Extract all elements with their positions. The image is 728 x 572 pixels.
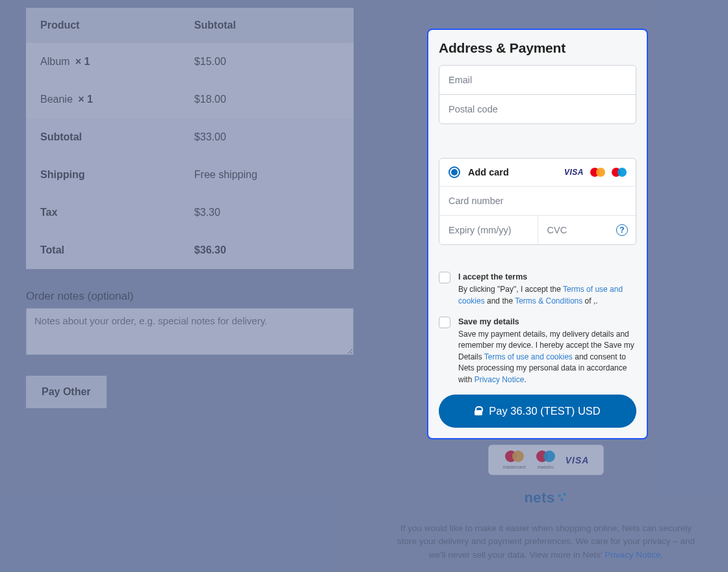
cvc-help-icon[interactable]: ? — [616, 224, 628, 236]
save-details-title: Save my details — [458, 316, 636, 328]
row-shipping: Shipping Free shipping — [26, 156, 354, 194]
pay-button-label: Pay 36.30 (TEST) USD — [489, 405, 600, 417]
accept-terms-title: I accept the terms — [458, 271, 636, 283]
maestro-icon — [612, 168, 627, 177]
mastercard-icon: mastercard — [503, 450, 526, 469]
shipping-label: Shipping — [26, 156, 180, 194]
expiry-field[interactable] — [439, 216, 538, 244]
total-value: $36.30 — [180, 231, 354, 269]
pay-button[interactable]: Pay 36.30 (TEST) USD — [439, 395, 636, 428]
subtotal-label: Subtotal — [26, 118, 180, 156]
item-name: Album — [40, 56, 70, 67]
accepted-card-icons: VISA — [564, 168, 627, 177]
col-subtotal: Subtotal — [180, 8, 354, 43]
item-name: Beanie — [40, 94, 73, 105]
subtotal-value: $33.00 — [180, 118, 354, 156]
email-field[interactable] — [439, 66, 636, 94]
postal-code-field[interactable] — [439, 94, 636, 124]
panel-title: Address & Payment — [439, 40, 636, 56]
save-details-checkbox[interactable] — [439, 317, 450, 328]
privacy-notice-link[interactable]: Privacy Notice — [474, 375, 525, 384]
tax-label: Tax — [26, 194, 180, 231]
card-brand-logos: mastercard maestro VISA — [488, 445, 604, 475]
card-number-field[interactable] — [439, 187, 636, 215]
table-row: Beanie × 1 $18.00 — [26, 81, 354, 118]
item-qty: × 1 — [78, 94, 93, 105]
row-total: Total $36.30 — [26, 231, 354, 269]
item-qty: × 1 — [75, 56, 90, 67]
col-product: Product — [26, 8, 180, 43]
accept-terms-text: By clicking "Pay", I accept the Terms of… — [458, 285, 623, 305]
order-notes-input[interactable] — [26, 308, 354, 355]
visa-icon: VISA — [564, 168, 584, 177]
total-label: Total — [26, 231, 180, 269]
payment-panel: Address & Payment Add card VISA ? — [427, 29, 648, 439]
item-price: $18.00 — [180, 81, 354, 118]
table-row: Album × 1 $15.00 — [26, 43, 354, 81]
footer-privacy-link[interactable]: Privacy Notice — [604, 550, 660, 560]
item-price: $15.00 — [180, 43, 354, 81]
save-terms-link[interactable]: Terms of use and cookies — [484, 352, 573, 361]
footer-privacy-note: If you would like to make it easier when… — [390, 522, 702, 562]
lock-icon — [474, 406, 482, 415]
pay-other-button[interactable]: Pay Other — [26, 376, 107, 408]
maestro-icon: maestro — [536, 450, 555, 469]
accept-terms-checkbox[interactable] — [439, 272, 450, 283]
row-subtotal: Subtotal $33.00 — [26, 118, 354, 156]
order-summary-table: Product Subtotal Album × 1 $15.00 — [26, 8, 354, 269]
add-card-radio[interactable] — [448, 166, 460, 178]
nets-logo: nets — [524, 489, 567, 506]
shipping-value: Free shipping — [180, 156, 354, 194]
save-details-text: Save my payment details, my delivery det… — [458, 330, 634, 384]
add-card-label: Add card — [468, 167, 509, 177]
visa-icon: VISA — [566, 455, 590, 465]
terms-and-conditions-link[interactable]: Terms & Conditions — [515, 296, 582, 306]
row-tax: Tax $3.30 — [26, 194, 354, 231]
mastercard-icon — [590, 168, 605, 177]
order-notes-label: Order notes (optional) — [26, 290, 354, 303]
tax-value: $3.30 — [180, 194, 354, 231]
